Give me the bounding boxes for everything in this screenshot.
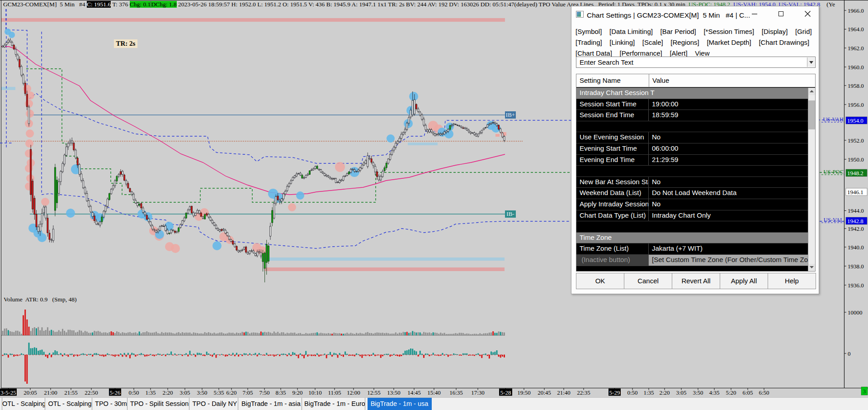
svg-text:6:50: 6:50: [759, 389, 769, 396]
svg-text:1958.0: 1958.0: [848, 82, 864, 89]
svg-text:3-5-25: 3-5-25: [0, 389, 16, 396]
svg-text:0:50: 0:50: [627, 389, 637, 396]
svg-text:1950.0: 1950.0: [848, 156, 864, 163]
svg-text:1:35: 1:35: [145, 389, 156, 396]
svg-text:1942.0: 1942.0: [848, 225, 864, 232]
svg-text:12:00: 12:00: [347, 389, 360, 396]
svg-text:1940.0: 1940.0: [848, 244, 864, 251]
svg-text:1964.0: 1964.0: [848, 26, 864, 33]
svg-text:1938.0: 1938.0: [848, 263, 864, 270]
svg-text:1:35: 1:35: [643, 389, 654, 396]
svg-text:3:05: 3:05: [179, 389, 190, 396]
svg-text:3:50: 3:50: [693, 389, 703, 396]
svg-text:1942.8: 1942.8: [847, 218, 863, 224]
svg-text:7:50: 7:50: [259, 389, 269, 396]
svg-text:5-26: 5-26: [110, 389, 121, 396]
svg-text:17:30: 17:30: [471, 389, 485, 396]
svg-text:13:50: 13:50: [387, 389, 401, 396]
svg-text:5-28: 5-28: [500, 389, 511, 396]
svg-text:6:05: 6:05: [742, 389, 753, 396]
svg-text:21:00: 21:00: [44, 389, 57, 396]
svg-text:US-VAL: US-VAL: [824, 217, 844, 223]
svg-text:0: 0: [848, 350, 851, 357]
svg-text:22:35: 22:35: [577, 389, 590, 396]
svg-text:1944.0: 1944.0: [848, 207, 864, 214]
svg-text:22:50: 22:50: [85, 389, 98, 396]
svg-text:11:05: 11:05: [328, 389, 341, 396]
svg-text:1966.0: 1966.0: [848, 7, 864, 14]
svg-text:1962.0: 1962.0: [848, 45, 864, 52]
svg-text:2:20: 2:20: [162, 389, 173, 396]
svg-text:10000: 10000: [848, 309, 863, 316]
svg-text:Volume ATR: 0.9 (Smp, 48): Volume ATR: 0.9 (Smp, 48): [4, 296, 76, 303]
svg-text:12:55: 12:55: [367, 389, 381, 396]
svg-text:0:50: 0:50: [128, 389, 139, 396]
svg-text:2:20: 2:20: [659, 389, 670, 396]
svg-text:19:50: 19:50: [517, 389, 531, 396]
svg-text:1956.0: 1956.0: [848, 101, 864, 108]
svg-text:1954.0: 1954.0: [847, 117, 863, 124]
svg-text:3: 3: [863, 388, 866, 395]
svg-text:6:20: 6:20: [226, 389, 236, 396]
svg-text:20:45: 20:45: [538, 389, 551, 396]
svg-text:1946.1: 1946.1: [847, 189, 863, 195]
svg-text:US-POC: US-POC: [824, 169, 844, 175]
svg-text:5:35: 5:35: [213, 389, 224, 396]
svg-text:20:05: 20:05: [24, 389, 37, 396]
svg-text:1948.2: 1948.2: [847, 170, 863, 176]
svg-text:5-29: 5-29: [609, 389, 620, 396]
svg-text:9:20: 9:20: [292, 389, 302, 396]
svg-text:5:20: 5:20: [726, 389, 736, 396]
svg-text:IB-: IB-: [506, 210, 514, 217]
svg-text:3:05: 3:05: [676, 389, 686, 396]
svg-text:1936.0: 1936.0: [848, 282, 864, 289]
svg-text:8:35: 8:35: [275, 389, 286, 396]
svg-text:21:55: 21:55: [64, 389, 78, 396]
svg-text:US-VAH: US-VAH: [823, 116, 844, 123]
svg-text:10:10: 10:10: [308, 389, 322, 396]
svg-text:7:05: 7:05: [242, 389, 253, 396]
svg-text:14:45: 14:45: [407, 389, 421, 396]
svg-text:IB+: IB+: [506, 111, 515, 118]
svg-text:3:50: 3:50: [197, 389, 207, 396]
svg-text:4:35: 4:35: [709, 389, 719, 396]
svg-text:16:35: 16:35: [449, 389, 463, 396]
svg-text:1960.0: 1960.0: [848, 64, 864, 71]
svg-text:15:40: 15:40: [427, 389, 441, 396]
svg-text:1952.0: 1952.0: [848, 137, 864, 144]
svg-text:21:40: 21:40: [557, 389, 571, 396]
